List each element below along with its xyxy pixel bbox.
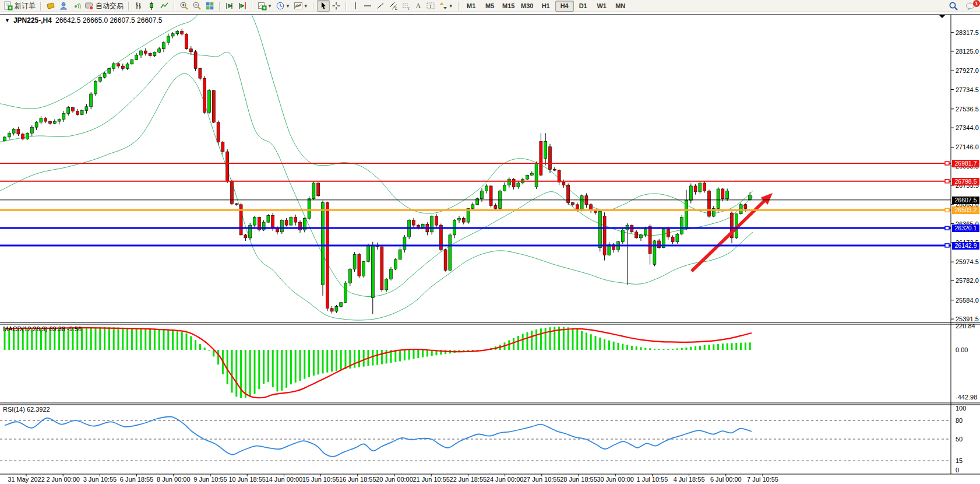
indicators-button[interactable]: ▼ bbox=[256, 0, 274, 12]
toolbar: 新订单 自动交易 ▼ ▼ ▼ bbox=[0, 0, 980, 12]
timeframe-group: M1M5M15M30H1H4D1W1MN bbox=[460, 0, 632, 12]
price-tick-label: 28125.0 bbox=[956, 48, 979, 55]
price-tick-label: 27927.0 bbox=[956, 67, 979, 74]
time-axis-label: 15 Jun 10:55 bbox=[302, 476, 340, 483]
profile-button[interactable] bbox=[57, 0, 70, 12]
candlesticks bbox=[3, 29, 752, 314]
rsi-scale-label: 15 bbox=[956, 457, 963, 464]
time-axis-label: 27 Jun 10:55 bbox=[523, 476, 560, 483]
svg-text:T: T bbox=[429, 3, 432, 9]
price-tick-label: 27344.0 bbox=[956, 124, 979, 131]
metatrader-window: { "toolbar": { "new_order_label": "新订单",… bbox=[0, 0, 980, 484]
time-axis-label: 14 Jun 00:00 bbox=[266, 476, 303, 483]
price-tick-label: 27536.5 bbox=[956, 106, 979, 113]
line-chart-icon bbox=[160, 1, 169, 10]
trendline-icon bbox=[376, 1, 385, 10]
rsi-pane[interactable] bbox=[0, 416, 951, 461]
time-axis-label: 21 Jun 10:55 bbox=[413, 476, 450, 483]
chart-title: ▼JPN225-,H426642.5 26665.0 26607.5 26607… bbox=[5, 16, 162, 24]
new-order-label: 新订单 bbox=[15, 1, 36, 11]
macd-pane[interactable] bbox=[4, 327, 752, 398]
price-tick-label: 28317.5 bbox=[956, 29, 979, 36]
quotes-icon bbox=[46, 1, 55, 10]
candlestick-chart-button[interactable] bbox=[145, 0, 158, 12]
macd-scale-label: 220.84 bbox=[956, 322, 975, 329]
timeframe-button-m15[interactable]: M15 bbox=[499, 1, 518, 12]
templates-button[interactable]: ▼ bbox=[292, 0, 310, 12]
signals-button[interactable] bbox=[70, 0, 83, 12]
price-tick-label: 25584.0 bbox=[956, 297, 979, 304]
price-tick-label: 25974.5 bbox=[956, 258, 979, 265]
quotes-button[interactable] bbox=[44, 0, 57, 12]
rsi-scale-label: 80 bbox=[956, 417, 963, 424]
timeframe-button-w1[interactable]: W1 bbox=[593, 1, 611, 12]
arrows-icon bbox=[439, 1, 448, 10]
vline-button[interactable] bbox=[350, 0, 361, 12]
bar-chart-button[interactable] bbox=[132, 0, 145, 12]
trendline-button[interactable] bbox=[374, 0, 387, 12]
tile-windows-button[interactable] bbox=[203, 0, 216, 12]
time-axis-label: 2 Jun 00:00 bbox=[46, 476, 80, 483]
price-tick-label: 25391.5 bbox=[956, 315, 979, 322]
time-axis-label: 30 Jun 00:00 bbox=[597, 476, 634, 483]
time-axis-label: 4 Jul 18:55 bbox=[674, 476, 705, 483]
time-axis-label: 28 Jun 18:55 bbox=[560, 476, 597, 483]
time-axis-label: 20 Jun 00:00 bbox=[376, 476, 413, 483]
line-chart-button[interactable] bbox=[158, 0, 171, 12]
search-button[interactable] bbox=[947, 0, 960, 12]
channel-button[interactable]: E bbox=[387, 0, 400, 12]
scroll-position-marker[interactable] bbox=[939, 15, 945, 18]
rsi-scale-label: 100 bbox=[956, 405, 966, 412]
label-button[interactable]: T bbox=[424, 0, 437, 12]
chart-window[interactable]: ▼JPN225-,H426642.5 26665.0 26607.5 26607… bbox=[0, 12, 980, 484]
main-pane[interactable] bbox=[0, 12, 773, 320]
bollinger-upper-band bbox=[0, 12, 753, 213]
chart-canvas[interactable] bbox=[0, 12, 980, 484]
arrows-button[interactable]: ▼ bbox=[437, 0, 455, 12]
chevron-down-icon: ▼ bbox=[304, 3, 308, 9]
rsi-scale-label: 50 bbox=[956, 436, 963, 443]
fibonacci-button[interactable]: F bbox=[400, 0, 413, 12]
crosshair-icon bbox=[332, 1, 341, 10]
time-axis-label: 3 Jun 10:55 bbox=[83, 476, 117, 483]
timeframe-button-h1[interactable]: H1 bbox=[537, 1, 555, 12]
rsi-scale-label: 0 bbox=[956, 467, 959, 474]
time-axis-label: 31 May 2022 bbox=[8, 476, 45, 483]
timeframe-button-m1[interactable]: M1 bbox=[462, 1, 481, 12]
time-axis-label: 8 Jun 00:00 bbox=[157, 476, 191, 483]
hline-button[interactable] bbox=[361, 0, 374, 12]
bar-chart-icon bbox=[134, 1, 143, 10]
chart-shift-button[interactable] bbox=[236, 0, 249, 12]
timeframe-button-mn[interactable]: MN bbox=[611, 1, 630, 12]
autotrading-icon bbox=[84, 1, 94, 10]
notification-badge: 1 bbox=[973, 0, 980, 7]
chevron-down-icon: ▼ bbox=[449, 3, 453, 9]
price-line-badge: 26981.7 bbox=[952, 160, 979, 167]
timeframe-button-m5[interactable]: M5 bbox=[481, 1, 499, 12]
cursor-button[interactable] bbox=[317, 0, 330, 12]
zoom-in-button[interactable] bbox=[178, 0, 191, 12]
time-axis-label: 7 Jul 10:55 bbox=[747, 476, 778, 483]
chat-button[interactable]: 1 bbox=[964, 0, 978, 12]
periods-button[interactable]: ▼ bbox=[274, 0, 292, 12]
timeframe-button-h4[interactable]: H4 bbox=[555, 1, 574, 12]
text-icon: A bbox=[414, 1, 422, 10]
price-line-badge: 26607.5 bbox=[952, 197, 979, 204]
auto-scroll-button[interactable] bbox=[223, 0, 236, 12]
price-line-badge: 26320.1 bbox=[952, 225, 979, 232]
price-tick-label: 27146.0 bbox=[956, 143, 979, 150]
text-button[interactable]: A bbox=[413, 0, 424, 12]
timeframe-button-m30[interactable]: M30 bbox=[518, 1, 537, 12]
price-line-badge: 26142.9 bbox=[952, 242, 979, 250]
hline-icon bbox=[363, 1, 372, 10]
crosshair-button[interactable] bbox=[330, 0, 343, 12]
auto-scroll-icon bbox=[225, 1, 234, 10]
new-order-icon bbox=[3, 1, 13, 10]
zoom-out-button[interactable] bbox=[191, 0, 203, 12]
autotrading-button[interactable]: 自动交易 bbox=[83, 0, 125, 12]
zoom-in-icon bbox=[179, 1, 189, 10]
timeframe-button-d1[interactable]: D1 bbox=[574, 1, 593, 12]
new-order-button[interactable]: 新订单 bbox=[2, 0, 37, 12]
chevron-down-icon: ▼ bbox=[285, 3, 290, 9]
price-line-badge: 26503.2 bbox=[952, 206, 979, 214]
